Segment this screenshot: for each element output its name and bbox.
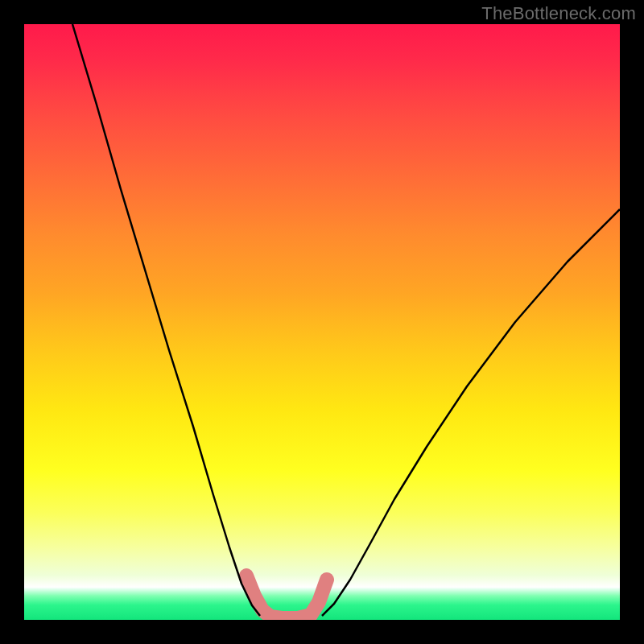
chart-frame: TheBottleneck.com — [0, 0, 644, 644]
series-right-branch — [322, 209, 620, 616]
plot-area — [24, 24, 620, 620]
series-valley-highlight — [246, 576, 327, 618]
curve-layer — [24, 24, 620, 620]
series-left-branch — [72, 24, 260, 616]
watermark-text: TheBottleneck.com — [481, 3, 636, 24]
